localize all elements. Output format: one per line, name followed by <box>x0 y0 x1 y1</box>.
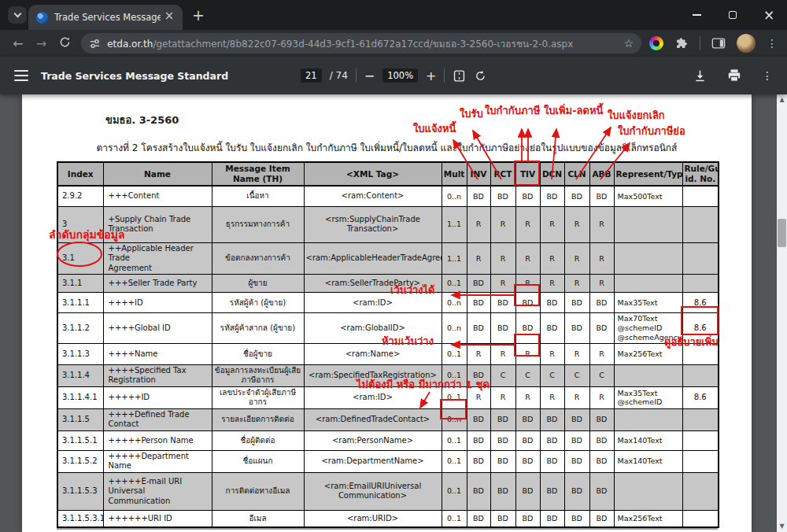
table-cell: <ram:DepartmentName> <box>304 450 442 472</box>
table-cell: 1..1 <box>442 206 467 242</box>
table-cell: R <box>540 242 564 275</box>
pdf-menu-icon[interactable] <box>14 70 28 81</box>
table-cell: R <box>515 242 540 275</box>
print-icon[interactable] <box>727 68 741 83</box>
bookmark-star-icon[interactable]: ☆ <box>623 37 634 50</box>
table-cell: <ram:URID> <box>304 510 442 527</box>
page-count-label: / 74 <box>330 70 348 81</box>
table-cell: 0..1 <box>442 472 467 510</box>
annotation-optional-multiple: ไม่ต้องมี หรือ มีมากกว่า 1 ชุด <box>357 379 490 392</box>
table-cell: 0..n <box>442 186 467 206</box>
column-header: Represent/Type <box>614 162 682 186</box>
table-cell <box>614 275 682 293</box>
table-cell: 3.1.1.5.1 <box>57 430 103 450</box>
browser-tab[interactable]: Trade Services Message Standard × <box>28 5 183 30</box>
profile-avatar[interactable] <box>737 34 756 53</box>
fit-to-page-icon[interactable] <box>453 69 466 83</box>
table-cell: 3.1.1.1 <box>57 293 103 313</box>
table-cell: BD <box>515 472 540 510</box>
table-cell: BD <box>490 293 515 313</box>
scrollbar-thumb[interactable] <box>778 219 786 247</box>
table-cell: +++++ID <box>103 386 212 408</box>
table-cell: ++Applicable Header Trade Agreement <box>103 242 212 275</box>
side-panel-icon[interactable] <box>711 36 726 50</box>
table-cell: 8.6 <box>682 386 719 408</box>
table-cell: BD <box>467 472 490 510</box>
table-cell: 3.1.1.5.3.1 <box>57 510 103 527</box>
table-cell: อีเมล <box>212 510 304 527</box>
table-cell: ชื่อผู้ขาย <box>212 343 304 364</box>
table-cell: <rsm:SupplyChainTrade Transaction> <box>304 206 442 242</box>
color-extension-icon[interactable] <box>649 36 663 50</box>
table-cell <box>682 364 719 386</box>
table-cell: BD <box>490 186 515 206</box>
table-cell: R <box>490 242 515 275</box>
scroll-down-icon[interactable]: ▼ <box>777 521 787 532</box>
tab-close-icon[interactable]: × <box>162 10 176 24</box>
table-cell: R <box>467 343 490 364</box>
tab-title: Trade Services Message Standard <box>54 12 161 23</box>
table-cell: BD <box>589 472 614 510</box>
annotation-label-invoice: ใบแจ้งหนี้ <box>413 123 456 136</box>
table-cell: ++++Defined Trade Contact <box>103 408 212 430</box>
forward-button[interactable]: → <box>30 36 54 51</box>
table-cell: <ram:ApplicableHeaderTradeAgreement> <box>304 242 442 275</box>
zoom-level-value[interactable]: 100% <box>382 68 418 83</box>
table-cell: Max256Text <box>614 510 682 527</box>
table-cell: +++Content <box>103 186 212 206</box>
table-cell: BD <box>467 275 490 293</box>
table-cell <box>682 472 719 510</box>
rotate-icon[interactable] <box>474 69 487 83</box>
close-button[interactable]: × <box>751 0 787 30</box>
pdf-more-options-icon[interactable]: ⋮ <box>762 74 773 78</box>
table-cell: BD <box>490 313 515 344</box>
annotation-label-abb-tax-invoice: ใบกำกับภาษีย่อ <box>618 125 685 139</box>
table-row: 3.1++Applicable Header Trade Agreementข้… <box>57 242 719 275</box>
table-cell: R <box>515 275 540 293</box>
column-header: <XML Tag> <box>304 162 442 186</box>
zoom-out-button[interactable]: − <box>364 68 375 83</box>
column-header: DCN <box>540 162 564 186</box>
table-cell: 0..1 <box>442 430 467 450</box>
back-button[interactable]: ← <box>6 36 30 51</box>
maximize-button[interactable] <box>715 0 751 30</box>
reload-button[interactable] <box>53 36 76 51</box>
page-number-input[interactable]: 21 <box>301 68 322 83</box>
scroll-up-icon[interactable]: ▲ <box>777 94 787 105</box>
download-icon[interactable] <box>693 69 707 83</box>
table-row: 3.1.1.1++++IDรหัสผู้ค้า (ผู้ขาย)<ram:ID>… <box>57 293 719 313</box>
table-cell: เลขประจำตัวผู้เสียภาษีอากร <box>212 386 304 408</box>
table-cell: BD <box>467 313 490 344</box>
url-host: etda.or.th <box>107 39 153 50</box>
table-cell: C <box>540 364 564 386</box>
table-cell: BD <box>540 186 564 206</box>
table-cell: R <box>490 275 515 293</box>
tab-search-button[interactable] <box>8 6 27 24</box>
table-cell: BD <box>515 430 540 450</box>
table-cell <box>614 242 682 275</box>
table-cell <box>614 206 682 242</box>
vertical-scrollbar[interactable]: ▲ ▼ <box>777 94 787 532</box>
table-cell: 3.1.1.2 <box>57 313 103 344</box>
column-header: TIV <box>515 162 540 186</box>
zoom-in-button[interactable]: + <box>426 68 436 83</box>
pdf-document-title: Trade Services Message Standard <box>41 70 228 82</box>
new-tab-button[interactable]: + <box>192 6 205 24</box>
table-cell: BD <box>589 313 614 344</box>
table-cell <box>682 408 719 430</box>
table-cell: BD <box>467 450 490 472</box>
table-cell: 8.6 <box>682 293 719 313</box>
table-cell: BD <box>564 408 589 430</box>
column-header: Message Item Name (TH) <box>212 162 304 186</box>
table-row: 3+Supply Chain Trade Transactionธุรกรรมท… <box>57 206 719 242</box>
next-table-edge <box>57 528 718 530</box>
table-cell: <ram:DefinedTradeContact> <box>304 408 442 430</box>
minimize-button[interactable] <box>678 0 715 30</box>
table-cell: ++++Name <box>103 343 212 364</box>
url-bar[interactable]: etda.or.th/getattachment/8b822c07-693d-4… <box>81 33 641 54</box>
browser-menu-icon[interactable]: ⋮ <box>767 42 778 46</box>
table-row: 3.1.1.5.1+++++Person Nameชื่อผู้ติดต่อ<r… <box>57 430 719 450</box>
extensions-puzzle-icon[interactable] <box>674 36 689 50</box>
table-cell: 2.9.2 <box>57 186 103 206</box>
table-cell: BD <box>515 408 540 430</box>
